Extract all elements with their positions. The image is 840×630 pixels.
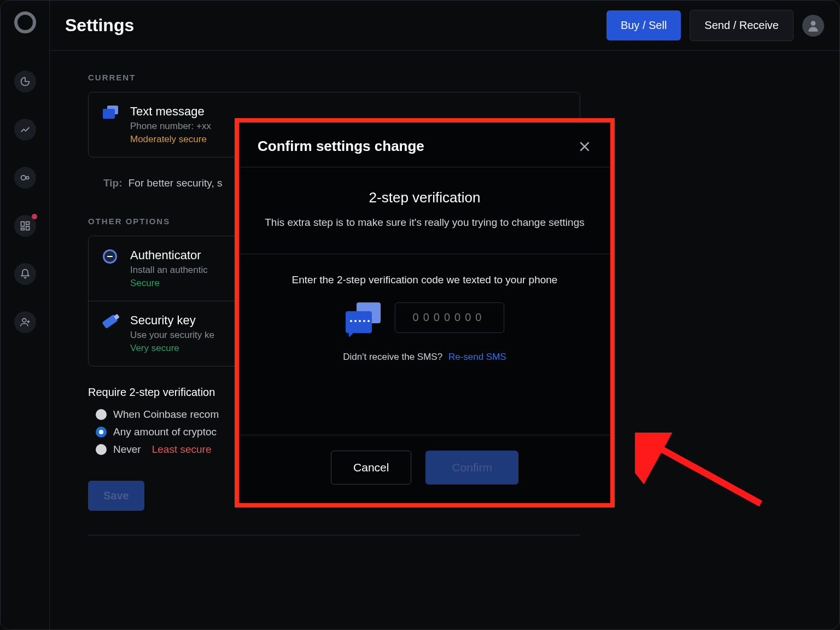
- header-bar: Settings Buy / Sell Send / Receive: [50, 1, 839, 51]
- divider: [88, 535, 580, 535]
- modal-close-button[interactable]: [578, 139, 592, 154]
- modal-heading: 2-step verification: [259, 189, 591, 206]
- send-receive-button[interactable]: Send / Receive: [690, 10, 794, 41]
- confirm-button[interactable]: Confirm: [425, 451, 518, 485]
- nav-dashboard[interactable]: [14, 215, 36, 237]
- cancel-button[interactable]: Cancel: [331, 451, 411, 485]
- resend-line: Didn't receive the SMS? Re-send SMS: [259, 352, 591, 363]
- modal-description: This extra step is to make sure it's rea…: [259, 215, 591, 231]
- person-add-icon: [20, 317, 31, 328]
- option-label: When Coinbase recom: [113, 409, 219, 421]
- method-title: Text message: [130, 104, 565, 119]
- option-label: Any amount of cryptoc: [113, 426, 217, 438]
- svg-point-0: [21, 176, 25, 180]
- tip-text: For better security, s: [129, 177, 223, 189]
- save-button[interactable]: Save: [88, 481, 144, 511]
- no-sms-text: Didn't receive the SMS?: [343, 352, 442, 362]
- svg-rect-2: [21, 222, 24, 226]
- confirm-settings-modal: Confirm settings change 2-step verificat…: [239, 122, 610, 503]
- svg-point-1: [26, 177, 28, 179]
- svg-point-7: [811, 21, 816, 26]
- authenticator-icon: [103, 249, 118, 265]
- left-nav-rail: [1, 1, 50, 629]
- close-icon: [578, 139, 592, 154]
- trend-icon: [20, 124, 31, 135]
- modal-title: Confirm settings change: [258, 138, 424, 155]
- verification-code-input[interactable]: [395, 302, 504, 333]
- page-title: Settings: [65, 15, 598, 36]
- person-icon: [806, 19, 820, 33]
- radio-icon: [96, 427, 107, 438]
- radio-icon: [96, 409, 107, 420]
- nav-explore[interactable]: [14, 167, 36, 189]
- radio-icon: [96, 444, 107, 455]
- pie-icon: [20, 76, 31, 87]
- tip-label: Tip:: [103, 177, 122, 189]
- buy-sell-button[interactable]: Buy / Sell: [606, 10, 681, 40]
- least-secure-badge: Least secure: [152, 444, 212, 456]
- nav-invite[interactable]: [14, 311, 36, 333]
- profile-avatar[interactable]: [802, 15, 824, 37]
- sms-icon: [346, 302, 381, 333]
- nav-notifications[interactable]: [14, 263, 36, 285]
- resend-sms-link[interactable]: Re-send SMS: [448, 352, 506, 362]
- explore-icon: [20, 172, 31, 183]
- notification-dot-icon: [32, 214, 37, 219]
- bell-icon: [20, 269, 31, 279]
- svg-point-6: [22, 318, 26, 322]
- usb-key-icon: [103, 314, 118, 330]
- sms-icon: [103, 106, 118, 121]
- svg-rect-4: [26, 226, 29, 230]
- svg-rect-5: [21, 228, 24, 230]
- nav-trade[interactable]: [14, 119, 36, 141]
- coinbase-logo-icon: [14, 11, 36, 33]
- option-label: Never: [113, 444, 141, 456]
- svg-rect-3: [26, 222, 29, 225]
- current-section-label: CURRENT: [88, 73, 801, 82]
- grid-icon: [20, 220, 31, 231]
- modal-instruction: Enter the 2-step verification code we te…: [259, 274, 591, 286]
- nav-portfolio[interactable]: [14, 71, 36, 92]
